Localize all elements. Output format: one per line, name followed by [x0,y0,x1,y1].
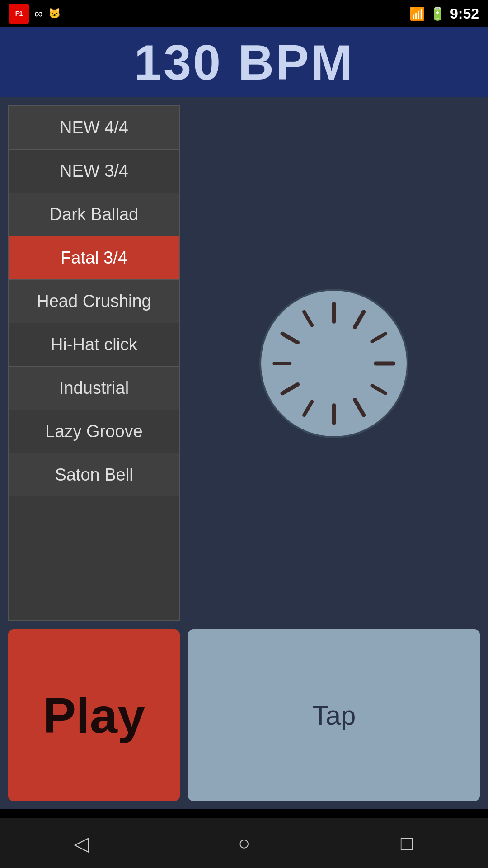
play-button[interactable]: Play [8,629,180,801]
svg-line-11 [304,311,312,325]
back-button[interactable]: ◁ [63,825,99,861]
svg-line-1 [355,311,364,327]
top-row: NEW 4/4 NEW 3/4 Dark Ballad Fatal 3/4 He… [8,105,480,621]
status-left: F1 ∞ 🐱 [9,4,61,24]
groove-item-new44[interactable]: NEW 4/4 [9,106,179,150]
groove-item-industrial[interactable]: Industrial [9,367,179,410]
status-right: 📶 🔋 9:52 [409,5,479,22]
nav-bar: ◁ ○ □ [0,818,488,868]
svg-line-10 [282,334,298,343]
signal-icon: 📶 [409,6,425,21]
svg-line-8 [282,384,298,393]
bpm-display: 130 BPM [134,33,354,91]
f1-app-icon: F1 [9,4,29,24]
tap-label: Tap [312,700,356,731]
tap-button[interactable]: Tap [188,629,480,801]
bottom-row: Play Tap [8,629,480,801]
home-button[interactable]: ○ [226,825,262,861]
bpm-header: 130 BPM [0,27,488,97]
groove-item-fatal34[interactable]: Fatal 3/4 [9,236,179,280]
groove-item-dark-ballad[interactable]: Dark Ballad [9,193,179,236]
svg-line-5 [355,400,364,415]
recents-button[interactable]: □ [389,825,425,861]
groove-item-new34[interactable]: NEW 3/4 [9,150,179,193]
app-icon-2: 🐱 [48,8,61,19]
play-label: Play [43,687,145,744]
status-bar: F1 ∞ 🐱 📶 🔋 9:52 [0,0,488,27]
status-time: 9:52 [450,5,479,22]
groove-list: NEW 4/4 NEW 3/4 Dark Ballad Fatal 3/4 He… [8,105,180,621]
dial-svg [261,291,407,436]
svg-line-7 [304,401,312,415]
groove-item-hihat-click[interactable]: Hi-Hat click [9,323,179,367]
voicemail-icon: ∞ [34,7,43,21]
svg-line-4 [372,385,386,393]
dial-container [188,105,480,621]
battery-icon: 🔋 [430,6,446,21]
groove-item-head-crushing[interactable]: Head Crushing [9,280,179,323]
groove-item-saton-bell[interactable]: Saton Bell [9,453,179,496]
svg-line-2 [372,334,386,341]
main-content: NEW 4/4 NEW 3/4 Dark Ballad Fatal 3/4 He… [0,97,488,809]
groove-item-lazy-groove[interactable]: Lazy Groove [9,410,179,453]
bottom-space [0,809,488,818]
tempo-dial[interactable] [259,289,408,438]
